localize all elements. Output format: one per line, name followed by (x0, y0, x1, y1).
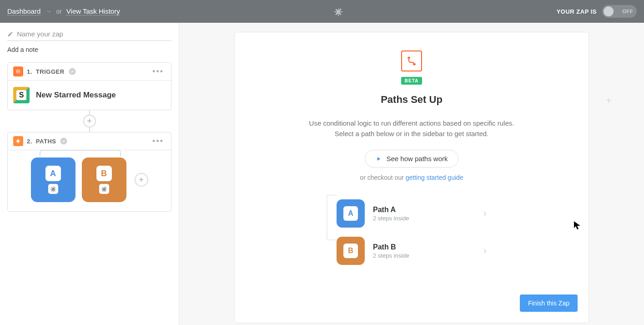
trigger-name: New Starred Message (36, 91, 116, 100)
paths-badge-icon (13, 136, 23, 146)
paths-setup-panel: BETA Paths Set Up Use conditional logic … (234, 32, 589, 323)
sidebar-path-tile-b[interactable]: B (82, 157, 126, 202)
add-step-button[interactable]: + (83, 115, 96, 127)
add-path-button[interactable]: + (135, 173, 148, 187)
path-name: Path B (373, 243, 409, 251)
guide-text: or checkout our getting started guide (360, 174, 463, 181)
step-number: 1. (27, 68, 32, 75)
check-icon (68, 67, 76, 76)
beta-badge: BETA (401, 77, 422, 85)
header-right: YOUR ZAP IS OFF (557, 5, 637, 18)
chevron-right-icon: › (483, 208, 487, 219)
path-steps: 2 steps inside (373, 215, 409, 222)
zapier-asterisk-icon (334, 7, 343, 16)
step-body: New Starred Message (8, 81, 171, 110)
path-letter: B (96, 166, 112, 181)
step-card-paths[interactable]: 2. PATHS ••• A B + (7, 132, 171, 212)
getting-started-link[interactable]: getting started guide (406, 174, 463, 181)
path-letter: A (45, 166, 61, 181)
sidebar: Add a note 1. TRIGGER ••• New Starred Me… (0, 23, 179, 325)
slack-app-icon (13, 87, 30, 103)
finish-zap-button[interactable]: Finish this Zap (520, 295, 578, 312)
paths-icon (401, 51, 422, 71)
connector: + (7, 110, 171, 132)
step-header: 2. PATHS ••• (8, 132, 171, 150)
zap-name-row (7, 30, 171, 41)
app-header: Dashboard → or View Task History YOUR ZA… (0, 0, 644, 23)
sidebar-path-tile-a[interactable]: A (31, 157, 75, 202)
arrow-icon: → (45, 8, 51, 15)
dashboard-link[interactable]: Dashboard (7, 7, 40, 15)
panel-description: Use conditional logic to run different a… (309, 118, 514, 139)
paths-body: A B + (8, 150, 171, 211)
path-row-a[interactable]: A Path A 2 steps inside › (337, 195, 487, 232)
task-history-link[interactable]: View Task History (66, 7, 120, 15)
path-tile-b-icon: B (337, 237, 365, 265)
path-row-connector (327, 195, 337, 240)
play-icon (375, 156, 382, 162)
pencil-icon (7, 31, 13, 37)
asterisk-icon (99, 184, 109, 194)
paths-tiles-row: A B + (13, 157, 166, 202)
svg-point-1 (18, 71, 19, 72)
step-label: PATHS (36, 138, 56, 145)
check-icon (60, 137, 68, 145)
header-logo (120, 7, 557, 16)
trigger-badge-icon (13, 66, 23, 76)
or-text: or (56, 8, 61, 15)
step-menu-icon[interactable]: ••• (151, 137, 166, 146)
zap-toggle[interactable]: OFF (602, 5, 637, 18)
path-row-text: Path B 2 steps inside (373, 243, 409, 259)
path-steps: 2 steps inside (373, 252, 409, 259)
panel-title: Paths Set Up (381, 94, 443, 106)
add-note-link[interactable]: Add a note (7, 46, 38, 53)
step-header: 1. TRIGGER ••• (8, 63, 171, 81)
asterisk-icon (48, 184, 58, 194)
canvas: + + + BETA Paths Set Up Use conditional … (179, 23, 644, 325)
chevron-right-icon: › (483, 245, 487, 257)
path-row-text: Path A 2 steps inside (373, 206, 409, 222)
path-rows: A Path A 2 steps inside › B Path B 2 ste… (337, 195, 487, 269)
step-card-trigger[interactable]: 1. TRIGGER ••• New Starred Message (7, 62, 171, 110)
canvas-plus-icon: + (606, 96, 611, 106)
header-breadcrumb: Dashboard → or View Task History (7, 7, 120, 15)
step-menu-icon[interactable]: ••• (151, 67, 166, 76)
step-number: 2. (27, 138, 32, 145)
path-row-b[interactable]: B Path B 2 steps inside › (337, 232, 487, 269)
path-name: Path A (373, 206, 409, 214)
your-zap-label: YOUR ZAP IS (557, 8, 597, 15)
path-connector-line (40, 150, 121, 156)
path-tile-a-icon: A (337, 199, 365, 228)
see-how-button[interactable]: See how paths work (365, 150, 458, 168)
step-label: TRIGGER (36, 68, 65, 75)
zap-name-input[interactable] (17, 30, 171, 38)
